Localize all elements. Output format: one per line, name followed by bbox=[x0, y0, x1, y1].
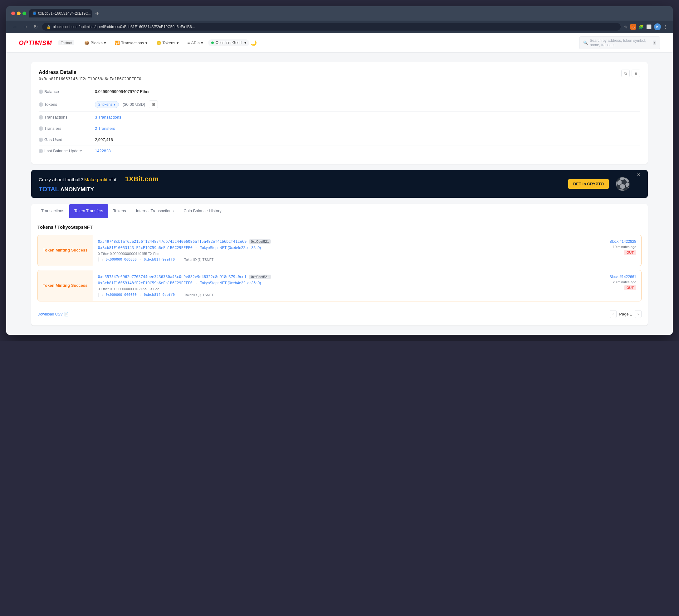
ad-text: Crazy about football? Make profit of it!… bbox=[39, 175, 562, 183]
next-page-button[interactable]: › bbox=[635, 310, 642, 318]
traffic-lights bbox=[11, 11, 26, 15]
download-icon: 📄 bbox=[64, 312, 69, 317]
page-content: OPTIMISM Testnet 📦 Blocks ▾ 🔁 Transactio… bbox=[6, 33, 673, 335]
last-balance-info-icon: i bbox=[39, 149, 43, 153]
tx-to-1[interactable]: TokyoStepsNFT (0xeb4e22..dc35a0) bbox=[200, 246, 261, 250]
qr-button[interactable]: ⊞ bbox=[632, 70, 640, 77]
tx-fee-row-2: 0 Ether 0.000000000000183655 TX Fee bbox=[98, 287, 592, 291]
tokens-value: 2 tokens ▾ ($0.00 USD) ⊞ bbox=[95, 100, 158, 108]
tx-hash-2[interactable]: 0xd357547e6962e7763744eee3436380a43c0c9e… bbox=[98, 274, 247, 279]
tab-bar: 🔵 0xBcb81F16053143fF2cE19C... ✕ + bbox=[29, 9, 668, 18]
page-controls: ‹ Page 1 › bbox=[610, 310, 642, 318]
tokens-chip[interactable]: 2 tokens ▾ bbox=[95, 101, 119, 108]
puzzle-icon[interactable]: 🧩 bbox=[639, 24, 644, 29]
dark-mode-button[interactable]: 🌙 bbox=[251, 40, 257, 46]
tx-hash-row-2: 0xd357547e6962e7763744eee3436380a43c0c9e… bbox=[98, 274, 592, 279]
search-placeholder: Search by address, token symbol, name, t… bbox=[590, 38, 651, 47]
window-icon[interactable]: ⬜ bbox=[646, 24, 651, 29]
tx-block-2[interactable]: Block #1422661 bbox=[609, 274, 636, 279]
browser-titlebar: 🔵 0xBcb81F16053143fF2cE19C... ✕ + bbox=[6, 6, 673, 21]
back-button[interactable]: ← bbox=[11, 23, 19, 30]
last-balance-link[interactable]: 1422828 bbox=[95, 149, 111, 153]
page-number: Page 1 bbox=[619, 312, 632, 317]
nav-blocks[interactable]: 📦 Blocks ▾ bbox=[80, 39, 109, 47]
tx-hash-row-1: 0x349748cbfaf63e2156f12448747db743c440e6… bbox=[98, 239, 592, 244]
table-row: Token Minting Success 0xd357547e6962e776… bbox=[37, 270, 642, 301]
nav-tokens[interactable]: 🪙 Tokens ▾ bbox=[153, 39, 183, 47]
tx-internal-to-1[interactable]: 0xbcb81f-9eeff0 bbox=[144, 257, 175, 261]
menu-icon[interactable]: ⋮ bbox=[664, 24, 668, 29]
tx-sender-badge-1: 0xd0def521 bbox=[249, 239, 271, 244]
tx-badge-title-1: Token Minting Success bbox=[43, 248, 88, 253]
tx-meta-1: Block #1422828 10 minutes ago OUT bbox=[597, 235, 641, 266]
forward-button[interactable]: → bbox=[22, 23, 29, 30]
download-csv[interactable]: Download CSV 📄 bbox=[37, 312, 69, 317]
tx-badge-2: Token Minting Success bbox=[38, 270, 93, 301]
ad-banner: Crazy about football? Make profit of it!… bbox=[31, 170, 648, 198]
tab-tokens[interactable]: Tokens bbox=[108, 204, 131, 218]
close-button[interactable] bbox=[11, 11, 15, 15]
bet-button[interactable]: BET in CRYPTO bbox=[568, 179, 609, 189]
bookmark-button[interactable]: ☆ bbox=[624, 24, 628, 29]
copy-button[interactable]: ⧉ bbox=[621, 70, 630, 77]
tx-from-1[interactable]: 0xBcb81F16053143fF2cE19C59a6eFa1B6C29EEF… bbox=[98, 246, 193, 250]
balance-value: 0.049999999994079797 Ether bbox=[95, 89, 150, 94]
balance-label: i Balance bbox=[39, 89, 89, 94]
gas-info-icon: i bbox=[39, 138, 43, 142]
tx-direction-badge-2: OUT bbox=[624, 285, 636, 290]
blocks-icon: 📦 bbox=[84, 40, 89, 45]
last-balance-row: i Last Balance Update 1422828 bbox=[39, 145, 640, 156]
tx-internal-from-1[interactable]: 0x000000-000000 bbox=[106, 257, 137, 261]
address-bar[interactable]: 🔒 blockscout.com/optimism/goerli/address… bbox=[42, 23, 621, 31]
tab-coin-balance-history[interactable]: Coin Balance History bbox=[179, 204, 226, 218]
transfers-link[interactable]: 2 Transfers bbox=[95, 126, 115, 131]
tokens-dropdown-icon: ▾ bbox=[114, 102, 116, 107]
testnet-badge: Testnet bbox=[58, 40, 74, 45]
tx-to-2[interactable]: TokyoStepsNFT (0xeb4e22..dc35a0) bbox=[200, 281, 261, 285]
metamask-icon[interactable]: 🦊 bbox=[630, 24, 636, 30]
prev-page-button[interactable]: ‹ bbox=[610, 310, 617, 318]
tokens-chevron-icon: ▾ bbox=[176, 40, 179, 45]
transactions-row: i Transactions 3 Transactions bbox=[39, 112, 640, 123]
nav-apis[interactable]: ≡ APIs ▾ bbox=[184, 39, 207, 47]
tab-internal-transactions[interactable]: Internal Transactions bbox=[131, 204, 179, 218]
main-content: Address Details 0xBcb81F16053143fF2cE19C… bbox=[6, 53, 673, 335]
address-details-card: Address Details 0xBcb81F16053143fF2cE19C… bbox=[31, 62, 648, 164]
nav-transactions[interactable]: 🔁 Transactions ▾ bbox=[111, 39, 151, 47]
tokens-icon: 🪙 bbox=[156, 40, 161, 45]
network-selector[interactable]: Optimism Goerli ▾ bbox=[208, 39, 249, 46]
ad-close-icon[interactable]: ✕ bbox=[637, 172, 640, 177]
transactions-link[interactable]: 3 Transactions bbox=[95, 115, 121, 120]
transactions-label: i Transactions bbox=[39, 115, 89, 120]
ad-content: Crazy about football? Make profit of it!… bbox=[39, 175, 562, 193]
tab-transactions[interactable]: Transactions bbox=[36, 204, 69, 218]
tx-hash-1[interactable]: 0x349748cbfaf63e2156f12448747db743c440e6… bbox=[98, 239, 247, 244]
tx-internal-from-2[interactable]: 0x000000-000000 bbox=[106, 293, 137, 297]
browser-tab[interactable]: 🔵 0xBcb81F16053143fF2cE19C... ✕ bbox=[29, 9, 92, 18]
browser-nav: ← → ↻ 🔒 blockscout.com/optimism/goerli/a… bbox=[6, 21, 673, 33]
tx-badge-1: Token Minting Success bbox=[38, 235, 93, 266]
ad-action: BET in CRYPTO bbox=[568, 179, 609, 189]
profile-avatar[interactable]: K bbox=[654, 23, 661, 30]
address-bar-text: blockscout.com/optimism/goerli/address/0… bbox=[53, 25, 195, 29]
tx-arrow-2: → bbox=[194, 281, 198, 285]
new-tab-button[interactable]: + bbox=[94, 11, 101, 16]
refresh-button[interactable]: ↻ bbox=[32, 23, 39, 31]
tokens-info-icon: i bbox=[39, 102, 43, 107]
minimize-button[interactable] bbox=[17, 11, 21, 15]
tabs-container: Transactions Token Transfers Tokens Inte… bbox=[31, 204, 648, 325]
tx-block-1[interactable]: Block #1422828 bbox=[609, 239, 636, 244]
search-bar[interactable]: 🔍 Search by address, token symbol, name,… bbox=[579, 36, 660, 49]
last-balance-value: 1422828 bbox=[95, 149, 111, 153]
card-actions: ⧉ ⊞ bbox=[621, 70, 640, 77]
tx-from-2[interactable]: 0xBcb81F16053143fF2cE19C59a6eFa1B6C29EEF… bbox=[98, 281, 193, 285]
tx-internal-to-2[interactable]: 0xbcb81f-9eeff0 bbox=[144, 293, 175, 297]
pagination: Download CSV 📄 ‹ Page 1 › bbox=[37, 305, 642, 319]
tab-token-transfers[interactable]: Token Transfers bbox=[69, 204, 108, 218]
tokens-row: i Tokens 2 tokens ▾ ($0.00 USD) ⊞ bbox=[39, 97, 640, 112]
token-grid-button[interactable]: ⊞ bbox=[149, 100, 158, 108]
tabs-header: Transactions Token Transfers Tokens Inte… bbox=[31, 204, 648, 218]
site-logo: OPTIMISM bbox=[19, 39, 52, 46]
maximize-button[interactable] bbox=[23, 11, 26, 15]
tx-time-1: 10 minutes ago bbox=[613, 245, 636, 249]
